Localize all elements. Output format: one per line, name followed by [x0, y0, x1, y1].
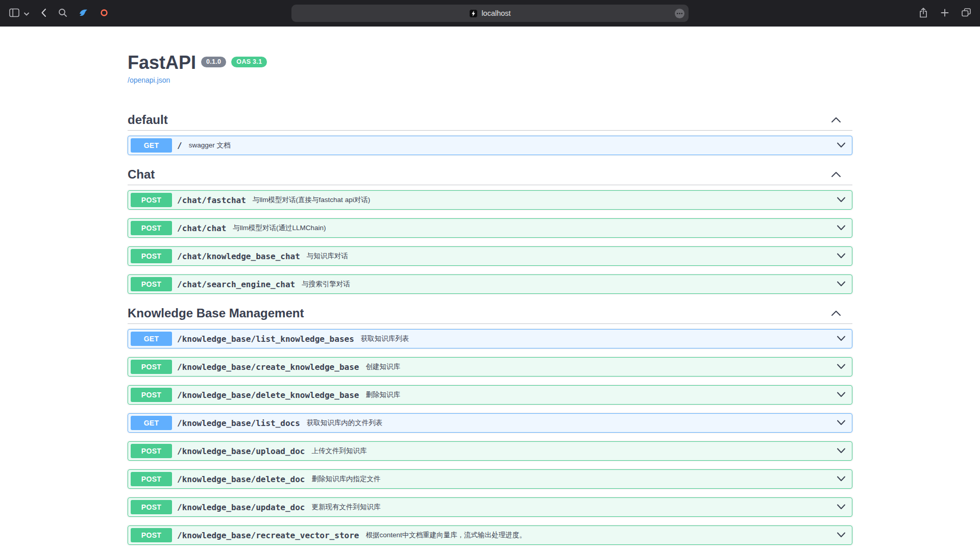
- endpoint-description: 与llm模型对话(直接与fastchat api对话): [253, 195, 370, 205]
- section-title: Knowledge Base Management: [128, 306, 304, 320]
- endpoint-row[interactable]: POST /knowledge_base/upload_doc 上传文件到知识库: [128, 441, 852, 461]
- section-header-default[interactable]: default: [128, 109, 852, 131]
- address-bar[interactable]: localhost: [291, 5, 689, 22]
- section-title: Chat: [128, 167, 155, 182]
- endpoint-row[interactable]: POST /knowledge_base/delete_doc 删除知识库内指定…: [128, 469, 852, 489]
- expand-endpoint-icon[interactable]: [837, 252, 846, 261]
- http-method-badge: POST: [131, 360, 172, 374]
- endpoint-row[interactable]: POST /knowledge_base/recreate_vector_sto…: [128, 525, 852, 545]
- address-url-text: localhost: [481, 9, 510, 17]
- endpoint-row[interactable]: POST /chat/search_engine_chat 与搜索引擎对话: [128, 274, 852, 294]
- endpoint-row[interactable]: GET /knowledge_base/list_knowledge_bases…: [128, 329, 852, 348]
- toolbar-left-group: [8, 7, 291, 20]
- section-header-knowledge-base-management[interactable]: Knowledge Base Management: [128, 303, 852, 324]
- http-method-badge: POST: [131, 444, 172, 458]
- section-title: default: [128, 112, 168, 127]
- endpoint-description: 删除知识库内指定文件: [311, 474, 380, 484]
- expand-endpoint-icon[interactable]: [837, 474, 846, 484]
- http-method-badge: POST: [131, 277, 172, 291]
- site-favicon: [469, 9, 478, 18]
- endpoint-row[interactable]: POST /chat/chat 与llm模型对话(通过LLMChain): [128, 218, 852, 238]
- blue-bookmark-button[interactable]: [78, 8, 89, 19]
- plus-icon: [941, 9, 949, 18]
- endpoint-description: 删除知识库: [365, 390, 400, 399]
- endpoint-path: /knowledge_base/list_knowledge_bases: [177, 334, 354, 344]
- endpoint-row[interactable]: POST /chat/fastchat 与llm模型对话(直接与fastchat…: [128, 190, 852, 210]
- endpoint-description: 根据content中文档重建向量库，流式输出处理进度。: [365, 531, 526, 540]
- api-tag-section: default GET / swagger 文档: [128, 109, 852, 155]
- http-method-badge: GET: [131, 138, 172, 153]
- api-info: FastAPI0.1.0OAS 3.1 /openapi.json: [128, 27, 852, 85]
- http-method-badge: POST: [131, 193, 172, 207]
- sidebar-toggle-button[interactable]: [8, 7, 20, 20]
- endpoint-row[interactable]: GET / swagger 文档: [128, 136, 852, 155]
- endpoint-path: /knowledge_base/update_doc: [177, 503, 305, 512]
- expand-endpoint-icon[interactable]: [837, 446, 846, 456]
- page-title: FastAPI0.1.0OAS 3.1: [128, 52, 852, 73]
- expand-endpoint-icon[interactable]: [837, 503, 846, 512]
- expand-endpoint-icon[interactable]: [837, 195, 846, 205]
- openapi-spec-link[interactable]: /openapi.json: [128, 76, 170, 84]
- back-icon: [41, 8, 46, 19]
- endpoint-path: /chat/chat: [177, 223, 226, 233]
- api-tag-section: Chat POST /chat/fastchat 与llm模型对话(直接与fas…: [128, 164, 852, 294]
- expand-endpoint-icon[interactable]: [837, 334, 846, 343]
- endpoint-row[interactable]: POST /knowledge_base/create_knowledge_ba…: [128, 357, 852, 377]
- toolbar-right-group: [689, 7, 972, 20]
- endpoint-description: 获取知识库内的文件列表: [307, 418, 383, 428]
- http-method-badge: POST: [131, 528, 172, 542]
- sidebar-menu-chevron-button[interactable]: [23, 9, 30, 18]
- expand-endpoint-icon[interactable]: [837, 141, 846, 150]
- api-title-text: FastAPI: [128, 52, 196, 73]
- collapse-section-icon[interactable]: [831, 308, 841, 319]
- tab-overview-button[interactable]: [961, 7, 972, 19]
- collapse-section-icon[interactable]: [831, 169, 841, 180]
- endpoint-description: 上传文件到知识库: [311, 446, 366, 456]
- back-button[interactable]: [40, 7, 47, 20]
- expand-endpoint-icon[interactable]: [837, 362, 846, 371]
- endpoint-description: 与知识库对话: [307, 252, 348, 261]
- endpoint-path: /chat/knowledge_base_chat: [177, 252, 300, 261]
- endpoint-path: /knowledge_base/create_knowledge_base: [177, 362, 359, 372]
- new-tab-button[interactable]: [940, 8, 950, 19]
- page-menu-ellipsis-icon: [674, 8, 685, 20]
- api-sections: default GET / swagger 文档 Chat POST /chat…: [128, 109, 852, 545]
- endpoint-row[interactable]: POST /knowledge_base/delete_knowledge_ba…: [128, 385, 852, 405]
- expand-endpoint-icon[interactable]: [837, 418, 846, 428]
- endpoint-list: GET /knowledge_base/list_knowledge_bases…: [128, 324, 852, 545]
- http-method-badge: POST: [131, 249, 172, 263]
- http-method-badge: GET: [131, 332, 172, 346]
- sidebar-toggle-icon: [9, 8, 19, 19]
- endpoint-description: 创建知识库: [365, 362, 400, 371]
- swagger-page: FastAPI0.1.0OAS 3.1 /openapi.json defaul…: [117, 27, 863, 545]
- section-header-chat[interactable]: Chat: [128, 164, 852, 185]
- page-menu-button[interactable]: [674, 8, 685, 20]
- endpoint-path: /knowledge_base/list_docs: [177, 418, 300, 428]
- chevron-down-icon: [24, 10, 29, 17]
- endpoint-path: /chat/fastchat: [177, 195, 246, 205]
- endpoint-row[interactable]: GET /knowledge_base/list_docs 获取知识库内的文件列…: [128, 413, 852, 433]
- collapse-section-icon[interactable]: [831, 114, 841, 126]
- share-button[interactable]: [918, 7, 929, 20]
- search-button[interactable]: [57, 7, 68, 20]
- expand-endpoint-icon[interactable]: [837, 223, 846, 233]
- endpoint-description: 更新现有文件到知识库: [311, 503, 380, 512]
- tab-overview-icon: [962, 8, 971, 18]
- orange-ring-icon: [100, 9, 108, 18]
- endpoint-description: 与llm模型对话(通过LLMChain): [233, 223, 326, 233]
- expand-endpoint-icon[interactable]: [837, 390, 846, 399]
- expand-endpoint-icon[interactable]: [837, 531, 846, 540]
- oas-badge: OAS 3.1: [231, 57, 267, 67]
- endpoint-row[interactable]: POST /chat/knowledge_base_chat 与知识库对话: [128, 246, 852, 266]
- orange-ring-button[interactable]: [99, 8, 109, 19]
- http-method-badge: POST: [131, 221, 172, 235]
- browser-toolbar: localhost: [0, 0, 980, 27]
- endpoint-row[interactable]: POST /knowledge_base/update_doc 更新现有文件到知…: [128, 497, 852, 517]
- search-icon: [58, 8, 67, 19]
- endpoint-path: /knowledge_base/delete_doc: [177, 474, 305, 484]
- endpoint-description: swagger 文档: [189, 141, 231, 150]
- http-method-badge: GET: [131, 416, 172, 430]
- endpoint-path: /knowledge_base/upload_doc: [177, 446, 305, 456]
- endpoint-description: 与搜索引擎对话: [302, 280, 350, 289]
- expand-endpoint-icon[interactable]: [837, 280, 846, 289]
